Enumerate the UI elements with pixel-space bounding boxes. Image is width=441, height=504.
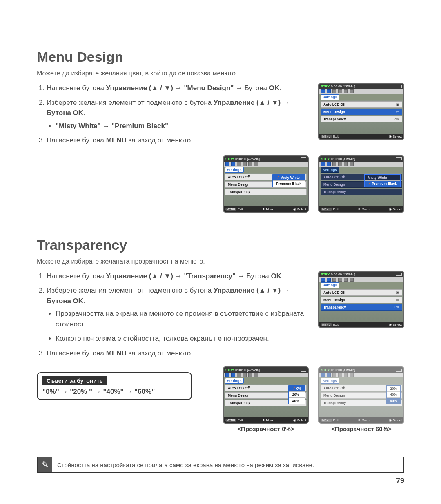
heading-menu-design: Menu Design — [37, 49, 404, 67]
note-bar: ✎ Стойността на настройката се прилага с… — [37, 457, 404, 473]
menu-transparency: Transparency0% — [321, 116, 402, 122]
screenshot-transparency-main: STBY0:00:00 [475Min] Settings Auto LCD O… — [318, 271, 404, 328]
popup-design-white: ✓Misty White Premium Black — [272, 174, 305, 187]
text: OK — [73, 109, 84, 117]
note-text: Стойността на настройката се прилага сам… — [52, 459, 319, 471]
text: Натиснете бутона — [47, 136, 106, 144]
screenshot-misty-white: STBY0:00:00 [475Min] Settings Auto LCD O… — [223, 155, 309, 213]
tab-settings: Settings — [321, 94, 339, 100]
section-transparency: Transparency Можете да избирате желаната… — [37, 237, 404, 433]
steps-transparency: Натиснете бутона Управление (▲ / ▼) → "T… — [37, 271, 310, 363]
battery-icon — [396, 273, 402, 276]
step3: Натиснете бутона MENU за изход от менюто… — [47, 348, 310, 359]
menu-pill: MENU — [321, 135, 332, 138]
text: (▲ / ▼) → "Menu Design" → — [147, 84, 245, 92]
popup-trans-60: 20% 40% 60% — [386, 385, 401, 404]
screenshot-trans-60: STBY0:00:00 [475Min] Settings Auto LCD O… — [318, 366, 404, 424]
screenshot-premium-black: STBY0:00:00 [475Min] Settings Auto LCD O… — [318, 155, 404, 213]
bullet-trans-2: Колкото по-голяма е стойността, толкова … — [56, 333, 310, 344]
menu-auto-lcd: Auto LCD Off▣ — [321, 101, 402, 108]
caption-trans-0: <Прозрачност 0%> — [223, 425, 309, 432]
page-number: 79 — [396, 477, 404, 485]
tips-values: "0%" → "20% " → "40%" → "60%" — [42, 388, 186, 396]
text: за изход от менюто. — [127, 136, 193, 144]
step2: Изберете желания елемент от подменюто с … — [47, 285, 310, 344]
battery-icon — [396, 157, 402, 160]
step1: Натиснете бутона Управление (▲ / ▼) → "M… — [47, 83, 310, 93]
tips-label: Съвети за бутоните — [42, 376, 107, 385]
screenshot-settings-main: STBY0:00:00 [475Min] Settings Auto LCD O… — [318, 83, 404, 140]
caption-trans-60: <Прозрачност 60%> — [318, 425, 404, 432]
battery-icon — [301, 157, 306, 160]
bullet-trans-1: Прозрачността на екрана на менюто се про… — [56, 309, 310, 329]
heading-transparency: Transparency — [37, 237, 404, 255]
text: . — [83, 109, 85, 117]
text: OK — [269, 84, 280, 92]
menu-menu-design: Menu Design▭ — [321, 109, 402, 115]
exit-label: Exit — [333, 135, 339, 138]
step1: Натиснете бутона Управление (▲ / ▼) → "T… — [47, 271, 310, 282]
intro-menu-design: Можете да избирате желания цвят, в който… — [37, 70, 404, 77]
note-icon: ✎ — [38, 457, 52, 472]
battery-icon — [396, 85, 402, 88]
text: Управление — [106, 84, 147, 92]
move-label: Move — [266, 207, 274, 211]
text: Изберете желания елемент от подменюто с … — [47, 99, 214, 107]
rec-time: 0:00:00 [475Min] — [331, 84, 355, 88]
intro-transparency: Можете да избирате желаната прозрачност … — [37, 258, 404, 265]
screenshot-trans-0: STBY0:00:00 [475Min] Settings Auto LCD O… — [223, 366, 309, 424]
bullet-design-options: "Misty White" → "Premium Black" — [56, 121, 310, 131]
text: MENU — [106, 136, 127, 144]
step3: Натиснете бутона MENU за изход от менюто… — [47, 135, 310, 146]
popup-trans-0: ✓0% 20% 40% — [288, 385, 305, 404]
popup-design-black: Misty White ✓Premium Black — [364, 174, 401, 187]
stby-label: STBY — [321, 84, 330, 88]
text: Бутона — [245, 84, 269, 92]
step2: Изберете желания елемент от подменюто с … — [47, 98, 310, 131]
section-menu-design: Menu Design Можете да избирате желания ц… — [37, 49, 404, 213]
select-label: Select — [393, 135, 402, 138]
text: Управление — [214, 99, 254, 107]
tips-box: Съвети за бутоните "0%" → "20% " → "40%"… — [37, 372, 192, 400]
text: Натиснете бутона — [47, 84, 106, 92]
text: . — [279, 84, 281, 92]
steps-menu-design: Натиснете бутона Управление (▲ / ▼) → "M… — [37, 83, 310, 150]
